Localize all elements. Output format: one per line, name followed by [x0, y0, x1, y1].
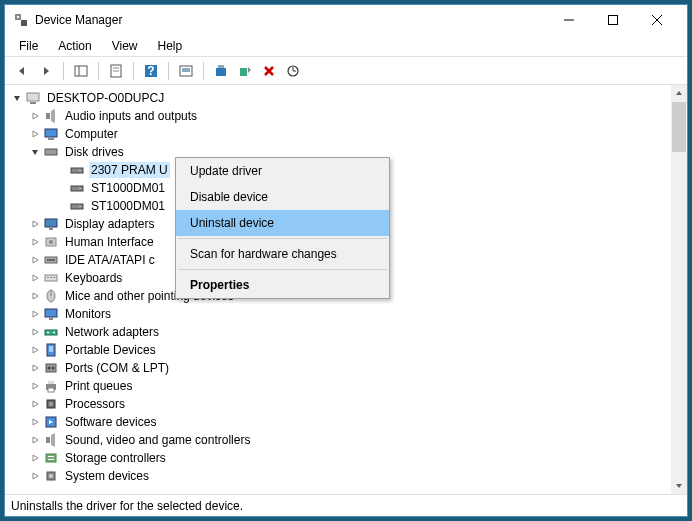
tree-node-label: Disk drives — [63, 144, 126, 160]
tree-node[interactable]: Audio inputs and outputs — [7, 107, 669, 125]
print-icon — [43, 378, 59, 394]
drive-icon — [69, 198, 85, 214]
tree-node-label: 2307 PRAM U — [89, 162, 170, 178]
chevron-down-icon[interactable] — [9, 90, 25, 106]
chevron-right-icon[interactable] — [27, 396, 43, 412]
svg-rect-25 — [45, 129, 57, 137]
svg-rect-27 — [45, 149, 57, 155]
chevron-right-icon[interactable] — [27, 378, 43, 394]
chevron-right-icon[interactable] — [27, 216, 43, 232]
scroll-down-button[interactable] — [671, 478, 687, 494]
tree-node[interactable]: System devices — [7, 467, 669, 485]
chevron-right-icon[interactable] — [27, 360, 43, 376]
context-menu: Update driverDisable deviceUninstall dev… — [175, 157, 390, 299]
vertical-scrollbar[interactable] — [671, 85, 687, 494]
tree-node-label: Processors — [63, 396, 127, 412]
display-icon — [43, 216, 59, 232]
show-hide-console-tree-button[interactable] — [70, 60, 92, 82]
device-tree[interactable]: DESKTOP-O0DUPCJ Audio inputs and outputs… — [5, 85, 671, 494]
scroll-up-button[interactable] — [671, 85, 687, 101]
context-menu-item[interactable]: Scan for hardware changes — [176, 241, 389, 267]
svg-rect-53 — [49, 346, 53, 352]
toolbar-separator — [168, 62, 169, 80]
disable-device-button[interactable] — [234, 60, 256, 82]
scan-hardware-button[interactable] — [282, 60, 304, 82]
close-button[interactable] — [635, 6, 679, 34]
svg-rect-24 — [46, 113, 50, 119]
status-text: Uninstalls the driver for the selected d… — [11, 499, 243, 513]
chevron-right-icon[interactable] — [27, 324, 43, 340]
svg-rect-63 — [46, 437, 50, 443]
chevron-down-icon[interactable] — [27, 144, 43, 160]
svg-rect-7 — [75, 66, 87, 76]
system-icon — [43, 468, 59, 484]
chevron-right-icon[interactable] — [27, 450, 43, 466]
help-button[interactable]: ? — [140, 60, 162, 82]
svg-point-51 — [53, 332, 55, 334]
svg-rect-49 — [45, 330, 57, 335]
tree-node[interactable]: Network adapters — [7, 323, 669, 341]
monitor-icon — [43, 306, 59, 322]
chevron-right-icon[interactable] — [27, 108, 43, 124]
toolbar-separator — [203, 62, 204, 80]
svg-point-68 — [49, 474, 53, 478]
svg-rect-44 — [53, 277, 55, 278]
svg-rect-31 — [71, 186, 83, 191]
tree-node[interactable]: Processors — [7, 395, 669, 413]
menu-view[interactable]: View — [104, 37, 146, 55]
keyboard-icon — [43, 270, 59, 286]
chevron-right-icon[interactable] — [27, 414, 43, 430]
context-menu-item[interactable]: Disable device — [176, 184, 389, 210]
tree-node[interactable]: Print queues — [7, 377, 669, 395]
scroll-thumb[interactable] — [672, 102, 686, 152]
software-icon — [43, 414, 59, 430]
tree-node-label: Human Interface — [63, 234, 156, 250]
tree-node[interactable]: Ports (COM & LPT) — [7, 359, 669, 377]
svg-rect-18 — [240, 68, 247, 76]
tree-root[interactable]: DESKTOP-O0DUPCJ — [7, 89, 669, 107]
chevron-right-icon[interactable] — [27, 126, 43, 142]
tree-node-label: Print queues — [63, 378, 134, 394]
context-menu-item[interactable]: Uninstall device — [176, 210, 389, 236]
chevron-right-icon[interactable] — [27, 432, 43, 448]
menu-help[interactable]: Help — [150, 37, 191, 55]
chevron-right-icon[interactable] — [27, 234, 43, 250]
tree-node[interactable]: Storage controllers — [7, 449, 669, 467]
menu-file[interactable]: File — [11, 37, 46, 55]
tree-node[interactable]: Monitors — [7, 305, 669, 323]
svg-rect-42 — [47, 277, 49, 278]
tree-node[interactable]: Portable Devices — [7, 341, 669, 359]
tree-node-label: IDE ATA/ATAPI c — [63, 252, 157, 268]
maximize-button[interactable] — [591, 6, 635, 34]
tree-node-label: Sound, video and game controllers — [63, 432, 252, 448]
properties-button[interactable] — [105, 60, 127, 82]
svg-point-50 — [47, 332, 49, 334]
tree-node[interactable]: Sound, video and game controllers — [7, 431, 669, 449]
svg-rect-61 — [49, 402, 53, 406]
toolbar-separator — [63, 62, 64, 80]
tree-node[interactable]: Computer — [7, 125, 669, 143]
chevron-right-icon[interactable] — [27, 288, 43, 304]
tree-node[interactable]: Software devices — [7, 413, 669, 431]
uninstall-device-button[interactable] — [258, 60, 280, 82]
tree-node-label: System devices — [63, 468, 151, 484]
update-driver-button[interactable] — [210, 60, 232, 82]
tree-node-label: Computer — [63, 126, 120, 142]
chevron-right-icon[interactable] — [27, 306, 43, 322]
window-controls — [547, 6, 679, 34]
menu-action[interactable]: Action — [50, 37, 99, 55]
chevron-right-icon[interactable] — [27, 270, 43, 286]
chevron-right-icon[interactable] — [27, 468, 43, 484]
back-button[interactable] — [11, 60, 33, 82]
hid-icon — [43, 234, 59, 250]
minimize-button[interactable] — [547, 6, 591, 34]
svg-rect-17 — [218, 65, 224, 68]
context-menu-item[interactable]: Update driver — [176, 158, 389, 184]
chevron-right-icon[interactable] — [27, 252, 43, 268]
mouse-icon — [43, 288, 59, 304]
chevron-right-icon[interactable] — [27, 342, 43, 358]
context-menu-item[interactable]: Properties — [176, 272, 389, 298]
forward-button[interactable] — [35, 60, 57, 82]
device-action-button[interactable] — [175, 60, 197, 82]
tree-node-label: ST1000DM01 — [89, 198, 167, 214]
